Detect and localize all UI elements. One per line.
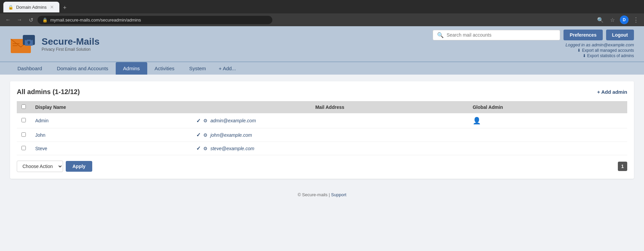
tab-close-button[interactable]: ✕	[49, 4, 55, 10]
admins-table: Display Name Mail Address Global Admin A…	[17, 101, 627, 155]
export-accounts-label: Export all managed accounts	[582, 48, 634, 53]
nav-activities[interactable]: Activities	[147, 62, 182, 75]
add-admin-button[interactable]: + Add admin	[597, 89, 627, 95]
browser-actions: 🔍 ☆ D ⋮	[596, 15, 641, 25]
browser-menu-button[interactable]: ⋮	[631, 15, 641, 25]
logo-title: Secure-Mails	[42, 36, 100, 47]
lock-icon: 🔒	[42, 17, 48, 23]
row-checkbox-cell	[17, 128, 31, 142]
check-icon: ✓	[196, 118, 201, 124]
table-row: Admin ✓ ⚙ admin@example.com 👤	[17, 113, 627, 128]
row-checkbox-cell	[17, 113, 31, 128]
browser-chrome: 🔒 Domain Admins ✕ +	[0, 0, 644, 13]
nav-system[interactable]: System	[182, 62, 213, 75]
admin-name-link[interactable]: Admin	[35, 118, 49, 123]
action-left: Choose Action Apply	[17, 161, 92, 172]
table-row: John ✓ ⚙ john@example.com	[17, 128, 627, 142]
tab-bar: 🔒 Domain Admins ✕ +	[3, 1, 69, 12]
search-input[interactable]	[446, 32, 556, 38]
logo-area: Secure-Mails Privacy First Email Solutio…	[10, 32, 100, 56]
logo-subtitle: Privacy First Email Solution	[42, 47, 100, 52]
admin-name-link[interactable]: John	[35, 132, 45, 138]
global-admin-icon: 👤	[473, 117, 481, 124]
download-icon: ⬇	[577, 48, 581, 53]
header-top-row: 🔍 Preferences Logout	[433, 30, 634, 40]
back-button[interactable]: ←	[3, 15, 13, 25]
download-stats-icon: ⬇	[583, 53, 586, 58]
gear-icon: ⚙	[203, 146, 208, 151]
footer-separator: |	[329, 192, 331, 197]
logout-button[interactable]: Logout	[606, 30, 634, 40]
forward-button[interactable]: →	[15, 15, 24, 25]
active-tab[interactable]: 🔒 Domain Admins ✕	[3, 2, 59, 12]
col-mail-address: Mail Address	[192, 101, 468, 113]
table-header: Display Name Mail Address Global Admin	[17, 101, 627, 113]
row-mail-cell: ✓ ⚙ john@example.com	[192, 128, 468, 142]
row-name-cell: Admin	[31, 113, 192, 128]
bottom-actions: Choose Action Apply 1	[17, 161, 627, 172]
search-icon: 🔍	[437, 32, 444, 38]
row-checkbox-cell	[17, 142, 31, 155]
table-body: Admin ✓ ⚙ admin@example.com 👤	[17, 113, 627, 155]
gear-icon: ⚙	[203, 132, 208, 138]
row-global-admin-cell	[468, 142, 627, 155]
main-content: All admins (1-12/12) + Add admin Display…	[10, 81, 634, 179]
header-info: Logged in as admin@example.com ⬇ Export …	[566, 42, 634, 58]
row-name-cell: John	[31, 128, 192, 142]
mail-link[interactable]: john@example.com	[210, 132, 252, 138]
check-icon: ✓	[196, 132, 201, 138]
row-checkbox[interactable]	[21, 146, 26, 150]
row-name-cell: Steve	[31, 142, 192, 155]
mail-cell: ✓ ⚙ steve@example.com	[196, 145, 463, 152]
nav-domains-accounts[interactable]: Domains and Accounts	[49, 62, 115, 75]
tab-favicon: 🔒	[8, 5, 13, 10]
logo-icon	[10, 32, 37, 56]
page-badge[interactable]: 1	[618, 162, 627, 171]
search-browser-icon[interactable]: 🔍	[596, 15, 605, 25]
tab-title: Domain Admins	[16, 5, 47, 10]
nav-admins[interactable]: Admins	[116, 62, 147, 75]
content-title: All admins (1-12/12)	[17, 88, 80, 96]
export-stats-label: Export statistics of admins	[587, 53, 634, 58]
nav-dashboard[interactable]: Dashboard	[10, 62, 49, 75]
search-box[interactable]: 🔍	[433, 30, 560, 40]
nav-bar: Dashboard Domains and Accounts Admins Ac…	[0, 61, 644, 75]
browser-toolbar: ← → ↺ 🔒 mymail.secure-mails.com/securead…	[0, 13, 644, 26]
logo-text: Secure-Mails Privacy First Email Solutio…	[42, 36, 100, 52]
table-row: Steve ✓ ⚙ steve@example.com	[17, 142, 627, 155]
new-tab-button[interactable]: +	[60, 3, 69, 12]
row-mail-cell: ✓ ⚙ steve@example.com	[192, 142, 468, 155]
row-global-admin-cell	[468, 128, 627, 142]
select-all-checkbox[interactable]	[21, 104, 26, 109]
col-global-admin: Global Admin	[468, 101, 627, 113]
mail-cell: ✓ ⚙ admin@example.com	[196, 118, 463, 124]
row-checkbox[interactable]	[21, 118, 26, 122]
header-right: 🔍 Preferences Logout Logged in as admin@…	[433, 30, 634, 58]
row-checkbox[interactable]	[21, 132, 26, 137]
row-global-admin-cell: 👤	[468, 113, 627, 128]
preferences-button[interactable]: Preferences	[564, 30, 602, 40]
nav-add[interactable]: + Add...	[213, 62, 241, 75]
footer-support-link[interactable]: Support	[331, 192, 346, 197]
export-stats-link[interactable]: ⬇ Export statistics of admins	[583, 53, 634, 58]
url-text: mymail.secure-mails.com/secureadmin/admi…	[50, 17, 141, 23]
select-all-header	[17, 101, 31, 113]
apply-button[interactable]: Apply	[66, 161, 92, 172]
address-bar[interactable]: 🔒 mymail.secure-mails.com/secureadmin/ad…	[38, 16, 272, 24]
gear-icon: ⚙	[203, 118, 208, 123]
mail-link[interactable]: admin@example.com	[210, 118, 256, 123]
col-display-name: Display Name	[31, 101, 192, 113]
bookmark-icon[interactable]: ☆	[608, 15, 617, 25]
app-header: Secure-Mails Privacy First Email Solutio…	[0, 26, 644, 61]
refresh-button[interactable]: ↺	[26, 15, 36, 25]
browser-avatar[interactable]: D	[620, 15, 629, 24]
choose-action-select[interactable]: Choose Action	[17, 161, 63, 172]
export-accounts-link[interactable]: ⬇ Export all managed accounts	[577, 48, 634, 53]
content-header: All admins (1-12/12) + Add admin	[17, 88, 627, 96]
admin-name-link[interactable]: Steve	[35, 146, 47, 151]
svg-rect-4	[28, 42, 30, 44]
row-mail-cell: ✓ ⚙ admin@example.com	[192, 113, 468, 128]
mail-link[interactable]: steve@example.com	[210, 146, 254, 151]
check-icon: ✓	[196, 145, 201, 152]
app-footer: © Secure-mails | Support	[0, 185, 644, 204]
